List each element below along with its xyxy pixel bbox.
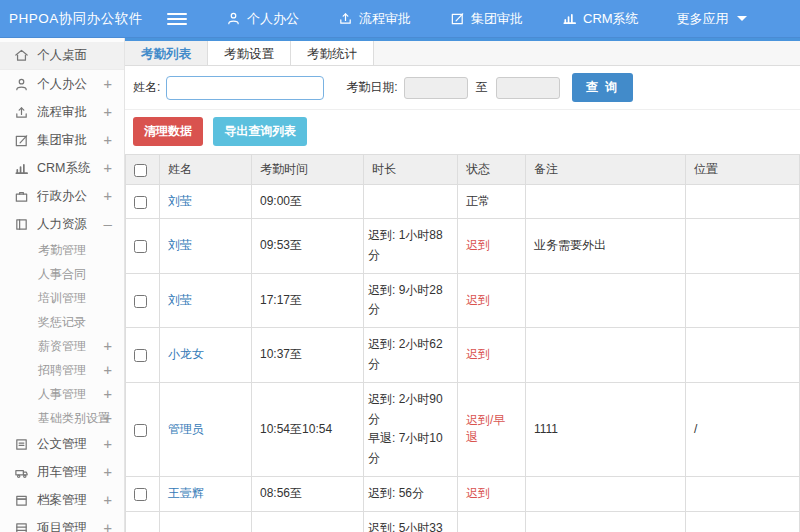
employee-name-link[interactable]: 刘莹 <box>168 194 192 208</box>
sidebar-item-workflow-approval[interactable]: 流程审批+ <box>0 98 124 126</box>
row-checkbox-cell <box>126 511 160 532</box>
table-row: 黄蓉13:20至13:20迟到: 5小时33分早退: 4小时67分迟到/早退/ <box>126 511 800 532</box>
date-to-input[interactable] <box>496 77 560 99</box>
user-icon <box>225 11 241 27</box>
expand-icon[interactable]: + <box>104 492 112 508</box>
tab-attendance-list[interactable]: 考勤列表 <box>125 41 208 65</box>
employee-name-link[interactable]: 刘莹 <box>168 293 192 307</box>
home-icon <box>14 48 29 63</box>
sidebar-item-label: 项目管理 <box>37 520 87 532</box>
export-list-button[interactable]: 导出查询列表 <box>213 117 307 146</box>
expand-icon[interactable]: + <box>104 104 112 120</box>
doc-icon <box>14 437 29 452</box>
archive-icon <box>14 493 29 508</box>
status-cell: 迟到 <box>458 219 526 274</box>
expand-icon[interactable]: + <box>104 464 112 480</box>
expand-icon[interactable]: + <box>104 188 112 204</box>
attendance-time-cell: 10:54至10:54 <box>252 382 364 476</box>
expand-icon[interactable]: + <box>104 386 112 402</box>
location-cell <box>686 476 800 511</box>
attendance-table: 姓名考勤时间时长状态备注位置 刘莹09:00至正常刘莹09:53至迟到: 1小时… <box>125 154 800 532</box>
sidebar-item-archive-management[interactable]: 档案管理+ <box>0 486 124 514</box>
nav-item-crm-system[interactable]: CRM系统 <box>551 0 649 38</box>
table-row: 刘莹09:00至正常 <box>126 185 800 219</box>
employee-name-link[interactable]: 刘莹 <box>168 238 192 252</box>
expand-icon[interactable]: + <box>104 132 112 148</box>
tab-attendance-statistics[interactable]: 考勤统计 <box>291 41 374 65</box>
search-button[interactable]: 查 询 <box>572 73 633 102</box>
sidebar-item-project-management[interactable]: 项目管理+ <box>0 514 124 532</box>
sidebar-subitem-recruitment-management[interactable]: 招聘管理+ <box>0 358 124 382</box>
expand-icon[interactable]: + <box>104 338 112 354</box>
row-checkbox[interactable] <box>134 424 147 437</box>
column-header: 时长 <box>364 155 458 185</box>
row-checkbox[interactable] <box>134 488 147 501</box>
sidebar-item-personal-office[interactable]: 个人办公+ <box>0 70 124 98</box>
row-checkbox[interactable] <box>134 349 147 362</box>
chart-icon <box>14 161 29 176</box>
tab-bar: 考勤列表考勤设置考勤统计 <box>125 38 800 66</box>
expand-icon[interactable]: + <box>104 436 112 452</box>
date-filter-label: 考勤日期: <box>346 79 397 96</box>
table-row: 小龙女10:37至迟到: 2小时62分迟到 <box>126 328 800 383</box>
sidebar-item-human-resources[interactable]: 人力资源– <box>0 210 124 238</box>
nav-item-group-approval[interactable]: 集团审批 <box>439 0 533 38</box>
sidebar-item-crm-system[interactable]: CRM系统+ <box>0 154 124 182</box>
sidebar-item-document-management[interactable]: 公文管理+ <box>0 430 124 458</box>
sidebar-item-vehicle-management[interactable]: 用车管理+ <box>0 458 124 486</box>
expand-icon[interactable]: + <box>104 76 112 92</box>
name-cell: 王壹辉 <box>160 476 252 511</box>
sidebar-item-label: 行政办公 <box>37 188 87 205</box>
sidebar-item-admin-office[interactable]: 行政办公+ <box>0 182 124 210</box>
sidebar-item-personal-desktop[interactable]: 个人桌面 <box>0 42 124 70</box>
edit-icon <box>14 133 29 148</box>
sidebar-subitem-base-category-settings[interactable]: 基础类别设置+ <box>0 406 124 430</box>
duration-cell: 迟到: 9小时28分 <box>364 273 458 328</box>
sidebar-item-group-approval[interactable]: 集团审批+ <box>0 126 124 154</box>
nav-item-more-apps[interactable]: 更多应用 <box>667 0 757 38</box>
sidebar-subitem-reward-punishment-records[interactable]: 奖惩记录 <box>0 310 124 334</box>
expand-icon[interactable]: + <box>104 520 112 532</box>
name-filter-input[interactable] <box>166 76 324 100</box>
sidebar-subitem-attendance-management[interactable]: 考勤管理 <box>0 238 124 262</box>
employee-name-link[interactable]: 小龙女 <box>168 347 204 361</box>
sidebar-subitem-personnel-contract[interactable]: 人事合同 <box>0 262 124 286</box>
table-header-row: 姓名考勤时间时长状态备注位置 <box>126 155 800 185</box>
select-all-checkbox[interactable] <box>134 164 147 177</box>
main-content: 考勤列表考勤设置考勤统计 姓名: 考勤日期: 至 查 询 清理数据 导出查询列表… <box>125 38 800 532</box>
row-checkbox[interactable] <box>134 240 147 253</box>
date-from-input[interactable] <box>404 77 468 99</box>
sidebar-menu: 个人桌面个人办公+流程审批+集团审批+CRM系统+行政办公+人力资源–考勤管理人… <box>0 38 125 532</box>
table-row: 王壹辉08:56至迟到: 56分迟到 <box>126 476 800 511</box>
column-header: 状态 <box>458 155 526 185</box>
tab-attendance-settings[interactable]: 考勤设置 <box>208 41 291 65</box>
status-cell: 迟到 <box>458 476 526 511</box>
sidebar-subitem-salary-management[interactable]: 薪资管理+ <box>0 334 124 358</box>
status-cell: 迟到/早退 <box>458 382 526 476</box>
sidebar-subitem-personnel-management[interactable]: 人事管理+ <box>0 382 124 406</box>
collapse-icon[interactable]: – <box>104 216 112 232</box>
nav-item-label: CRM系统 <box>583 10 639 28</box>
hamburger-menu-icon[interactable] <box>167 13 187 25</box>
attendance-time-cell: 09:53至 <box>252 219 364 274</box>
clean-data-button[interactable]: 清理数据 <box>133 117 203 146</box>
row-checkbox[interactable] <box>134 295 147 308</box>
note-cell <box>526 511 686 532</box>
sidebar-subitem-training-management[interactable]: 培训管理 <box>0 286 124 310</box>
sidebar-subitem-label: 人事合同 <box>38 266 86 283</box>
expand-icon[interactable]: + <box>104 410 112 426</box>
nav-item-personal-office[interactable]: 个人办公 <box>215 0 309 38</box>
app-brand: PHPOA协同办公软件 <box>0 10 125 28</box>
location-cell <box>686 273 800 328</box>
duration-line: 迟到: 5小时33分 <box>368 519 453 532</box>
expand-icon[interactable]: + <box>104 362 112 378</box>
sidebar-subitem-label: 薪资管理 <box>38 338 86 355</box>
employee-name-link[interactable]: 王壹辉 <box>168 486 204 500</box>
expand-icon[interactable]: + <box>104 160 112 176</box>
status-badge: 迟到 <box>466 486 490 500</box>
row-checkbox[interactable] <box>134 196 147 209</box>
employee-name-link[interactable]: 管理员 <box>168 422 204 436</box>
nav-item-workflow-approval[interactable]: 流程审批 <box>327 0 421 38</box>
sidebar-item-label: 公文管理 <box>37 436 87 453</box>
user-icon <box>14 77 29 92</box>
